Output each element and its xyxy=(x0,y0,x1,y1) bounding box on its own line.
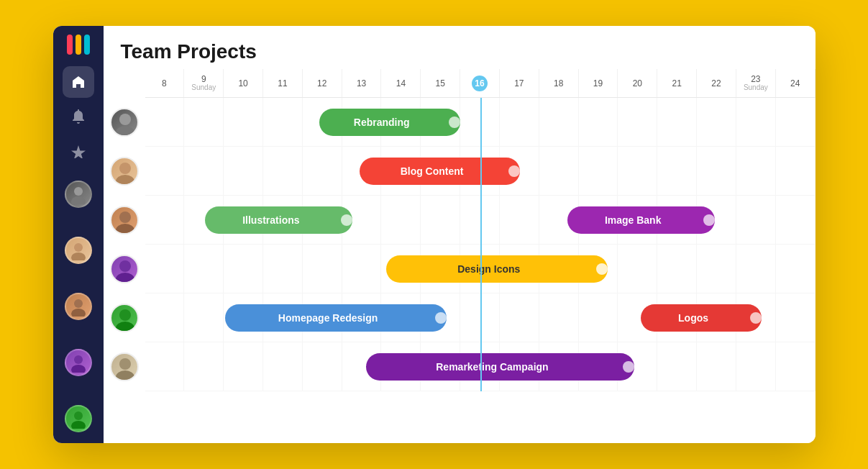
timeline-day-10: 10 xyxy=(224,69,263,97)
svg-point-33 xyxy=(116,370,134,381)
gantt-avatar-row-6 xyxy=(104,342,145,391)
timeline-day-12: 12 xyxy=(303,69,342,97)
timeline-header: 8 9Sunday 10 11 12 13 14 15 16 17 18 19 … xyxy=(145,69,816,98)
task-label-blog-content: Blog Content xyxy=(360,165,505,177)
task-bar-blog-content[interactable]: Blog Content xyxy=(360,158,521,185)
svg-point-6 xyxy=(74,243,83,252)
sidebar-avatars xyxy=(65,170,92,443)
svg-point-12 xyxy=(74,411,83,420)
task-label-rebranding: Rebranding xyxy=(319,117,444,128)
svg-point-31 xyxy=(116,322,134,332)
gantt-row-avatar-1[interactable] xyxy=(110,108,139,137)
gantt-avatar-row-2 xyxy=(104,147,145,196)
timeline-day-9: 9Sunday xyxy=(184,69,224,97)
gantt-avatars-column xyxy=(104,69,145,443)
avatar-row-5 xyxy=(65,394,92,443)
task-dot-image-bank xyxy=(703,214,715,226)
task-label-design-icons: Design Icons xyxy=(386,263,592,275)
svg-point-8 xyxy=(74,299,83,308)
timeline-day-17: 17 xyxy=(500,69,539,97)
gantt-rows-container: Rebranding xyxy=(145,98,816,391)
timeline-day-14: 14 xyxy=(381,69,421,97)
main-content: Team Projects xyxy=(104,26,816,443)
task-bar-design-icons[interactable]: Design Icons xyxy=(386,255,608,283)
svg-point-13 xyxy=(71,421,86,429)
timeline-day-22: 22 xyxy=(697,69,736,97)
task-bar-homepage-redesign[interactable]: Homepage Redesign xyxy=(225,304,447,332)
timeline-day-23: 23Sunday xyxy=(736,69,776,97)
avatar-row-1 xyxy=(65,170,92,219)
task-label-homepage-redesign: Homepage Redesign xyxy=(225,312,431,324)
svg-point-10 xyxy=(74,355,83,364)
svg-rect-1 xyxy=(76,35,81,55)
page-title: Team Projects xyxy=(121,40,798,63)
svg-point-27 xyxy=(116,224,134,234)
svg-point-32 xyxy=(119,358,131,370)
task-dot-blog-content xyxy=(508,165,520,177)
svg-point-4 xyxy=(74,187,83,196)
svg-point-23 xyxy=(116,126,134,137)
task-label-image-bank: Image Bank xyxy=(567,214,699,226)
task-dot-homepage-redesign xyxy=(435,312,447,324)
avatar-2[interactable] xyxy=(65,237,92,264)
svg-point-22 xyxy=(119,114,131,125)
sidebar: ? xyxy=(53,26,104,443)
gantt-row-avatar-4[interactable] xyxy=(110,255,139,283)
gantt-container: 8 9Sunday 10 11 12 13 14 15 16 17 18 19 … xyxy=(104,69,816,443)
gantt-row-avatar-6[interactable] xyxy=(110,352,139,381)
svg-point-29 xyxy=(116,273,134,283)
timeline-day-8: 8 xyxy=(145,69,185,97)
gantt-row-avatar-3[interactable] xyxy=(110,206,139,234)
gantt-avatar-row-5 xyxy=(104,293,145,342)
gantt-row-avatar-5[interactable] xyxy=(110,304,139,332)
timeline-day-20: 20 xyxy=(618,69,657,97)
svg-point-9 xyxy=(71,309,86,317)
gantt-avatar-row-4 xyxy=(104,245,145,293)
svg-point-30 xyxy=(119,309,131,321)
task-bar-rebranding[interactable]: Rebranding xyxy=(319,109,460,136)
avatar-3[interactable] xyxy=(65,293,92,320)
timeline-day-15: 15 xyxy=(421,69,460,97)
task-dot-design-icons xyxy=(596,263,608,275)
timeline-day-18: 18 xyxy=(539,69,579,97)
svg-point-28 xyxy=(119,260,131,272)
gantt-avatar-row-1 xyxy=(104,98,145,147)
gantt-main: 8 9Sunday 10 11 12 13 14 15 16 17 18 19 … xyxy=(145,69,816,443)
svg-point-5 xyxy=(71,196,86,204)
sidebar-item-notifications[interactable] xyxy=(63,101,94,132)
task-label-remarketing-campaign: Remarketing Campaign xyxy=(366,361,618,373)
gantt-row-avatar-2[interactable] xyxy=(110,157,139,186)
timeline-day-16: 16 xyxy=(460,69,500,97)
task-label-logos: Logos xyxy=(641,312,746,324)
task-bar-image-bank[interactable]: Image Bank xyxy=(567,206,715,234)
svg-point-25 xyxy=(116,175,134,186)
svg-rect-2 xyxy=(84,35,90,55)
svg-point-26 xyxy=(119,211,131,223)
task-bar-remarketing-campaign[interactable]: Remarketing Campaign xyxy=(366,353,634,381)
today-line xyxy=(480,98,482,391)
task-dot-rebranding xyxy=(449,117,460,128)
svg-point-7 xyxy=(71,252,86,260)
page-header: Team Projects xyxy=(104,26,816,69)
task-dot-logos xyxy=(750,312,762,324)
svg-point-24 xyxy=(119,163,131,174)
task-bar-illustrations[interactable]: Illustrations xyxy=(205,206,352,234)
sidebar-item-home[interactable] xyxy=(63,66,94,98)
app-container: ? Team Projects xyxy=(53,26,816,443)
task-dot-illustrations xyxy=(341,214,352,226)
task-bar-logos[interactable]: Logos xyxy=(641,304,762,332)
avatar-row-4 xyxy=(65,338,92,387)
avatar-row-3 xyxy=(65,282,92,331)
avatar-5[interactable] xyxy=(65,405,92,432)
task-dot-remarketing-campaign xyxy=(623,361,634,373)
sidebar-item-favorites[interactable] xyxy=(63,135,94,167)
avatar-4[interactable] xyxy=(65,349,92,376)
avatar-row-2 xyxy=(65,226,92,275)
avatar-1[interactable] xyxy=(65,181,92,208)
timeline-day-19: 19 xyxy=(579,69,618,97)
app-logo[interactable] xyxy=(65,35,91,55)
task-label-illustrations: Illustrations xyxy=(205,214,337,226)
timeline-day-24: 24 xyxy=(776,69,816,97)
timeline-day-13: 13 xyxy=(342,69,382,97)
sidebar-top-nav xyxy=(53,66,104,167)
